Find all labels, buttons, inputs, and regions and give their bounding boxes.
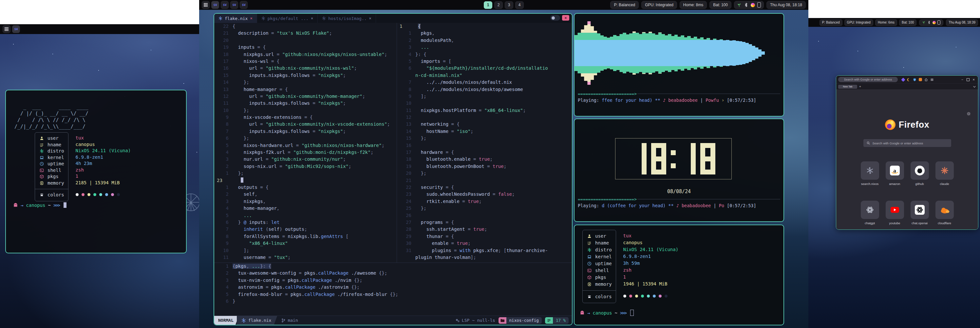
extension-night-icon[interactable] [907,78,910,81]
terminal-color-dot [117,193,120,196]
window-maximize-button[interactable] [967,78,969,81]
neovim-window[interactable]: flake.nix×pkgs/default ...×hosts/isoImag… [213,13,573,325]
top-site-claude[interactable]: claude [935,162,954,201]
terminal-color-dot [629,295,632,298]
system-tray[interactable] [734,1,764,9]
fetch-terminal-right[interactable]: userhnamedistrokerneluptimeshellpkgsmemo… [574,225,784,325]
nix-file-icon [261,16,265,20]
app-launcher-button[interactable] [202,1,210,9]
nix-file-icon [322,16,326,20]
client-chip[interactable]: $W [230,1,238,9]
tab-hosts-isoImag-[interactable]: hosts/isoImag..× [318,14,376,23]
extension-darkreader-icon[interactable] [902,78,905,81]
clock-chip[interactable]: Thu Aug 08, 18:39 [946,19,978,26]
top-site-youtube[interactable]: youtube [886,201,904,230]
distro-icon [587,248,592,252]
status-chip[interactable]: Home: 8ms [679,1,707,9]
personalize-gear-icon[interactable] [967,112,971,116]
nix-file-icon [218,16,223,20]
close-tab-icon[interactable]: × [250,16,252,21]
status-chip[interactable]: Bat: 100 [899,19,916,26]
track-progress: ======================> [578,197,780,202]
toggle-button[interactable] [550,15,560,21]
extension-orange-icon[interactable] [919,78,922,81]
hname-icon [587,241,592,245]
client-chip[interactable]: $W [12,25,20,33]
tab-new-tab[interactable]: New Tab [838,85,857,89]
editor-pane-pkgs[interactable]: 1{pkgs, ...}: {2 tux-awesome-wm-config =… [214,263,572,316]
top-site-chat.openai[interactable]: chat.openai [910,201,929,230]
github-icon [910,162,929,180]
git-branch: main [281,318,298,323]
status-chip[interactable]: GPU: Integrated [845,19,873,26]
top-sites-grid: search.nixosaamazongithubclaudechatgptyo… [858,162,957,230]
client-chip[interactable]: $W [240,1,248,9]
url-bar[interactable]: Search with Google or enter address [838,77,898,82]
memory-icon [587,282,592,287]
top-site-search.nixos[interactable]: search.nixos [861,162,879,201]
tab-pkgs-default-[interactable]: pkgs/default ...× [257,14,318,23]
shell-prompt[interactable]: → canopus ~ >>> [13,202,67,208]
status-chip[interactable]: Home: 6ms [875,19,897,26]
shell-prompt[interactable]: → canopus ~ >>> [580,310,634,316]
top-site-chatgpt[interactable]: chatgpt [861,201,879,230]
system-tray[interactable] [919,19,943,26]
clock-chip[interactable]: Thu Aug 08, 18:18 [767,1,806,9]
new-tab-button[interactable]: + [859,85,861,89]
terminal-color-dot [81,193,84,196]
main-statusbar: $W$W$W$W 1234 P: BalancedGPU: Integrated… [199,0,808,10]
editor-pane-flake[interactable]: 22{21 description = "tux's NixOS Flake";… [214,23,397,263]
newtab-search-input[interactable]: Search with Google or enter address [863,139,951,147]
workspace-2[interactable]: 2 [494,1,503,9]
youtube-icon [886,201,904,219]
editor-pane-iso[interactable]: 1{1 pkgs,2 modulesPath,3 ...4}: {5 impor… [397,23,571,263]
terminal-color-dot [111,193,114,196]
close-buffer-button[interactable]: × [562,15,569,21]
status-chip[interactable]: P: Balanced [819,19,842,26]
shell-icon [587,268,592,273]
search.nixos-icon [861,162,879,180]
network-plant-icon [922,21,926,24]
fetch-terminal-left[interactable]: _ ___ ____ ____ / |/ (_)_ __/ __ \/ __/ … [5,90,187,254]
terminal-color-dot [653,295,656,298]
tty-clock-window[interactable]: 08/08/24 ======================> Playing… [574,119,784,222]
user-icon [587,234,592,238]
firefox-window[interactable]: Search with Google or enter address – × … [836,75,978,230]
app-menu-icon[interactable] [930,78,934,81]
right-statusbar: P: BalancedGPU: IntegratedHome: 6msBat: … [808,18,980,27]
extensions-house-icon[interactable] [924,78,928,81]
workspace-1[interactable]: 1 [484,1,492,9]
ghost-icon [580,310,585,315]
tab-list-chevron[interactable] [973,85,976,89]
top-site-amazon[interactable]: aamazon [886,162,904,201]
window-close-button[interactable]: × [973,78,975,81]
terminal-cursor [64,202,67,208]
project-chip: nixos-config [498,317,542,324]
app-launcher-button[interactable] [3,25,11,33]
client-chip[interactable]: $W [211,1,219,9]
fetch-info-box: userhnamedistrokerneluptimeshellpkgsmemo… [35,132,68,201]
status-chip[interactable]: GPU: Integrated [641,1,677,9]
clock-digit [700,143,715,174]
workspace-switcher: 1234 [484,0,524,10]
extension-bitwarden-icon[interactable] [913,78,916,81]
music-visualizer-window[interactable]: ======================> Playing: ffee fo… [574,13,784,117]
chat.openai-icon [910,201,929,219]
top-site-github[interactable]: github [910,162,929,201]
gears-icon [455,318,460,323]
claude-icon [935,162,954,180]
close-tab-icon[interactable]: × [369,16,371,21]
window-minimize-button[interactable]: – [962,78,963,81]
track-progress: ======================> [578,91,780,96]
top-site-cloudflare[interactable]: cloudflare [935,201,954,230]
fetch-info-box: userhnamedistrokerneluptimeshellpkgsmemo… [582,230,616,303]
status-chip[interactable]: P: Balanced [610,1,639,9]
status-chip[interactable]: Bat: 100 [710,1,732,9]
client-chip[interactable]: $W [221,1,229,9]
close-tab-icon[interactable]: × [311,16,313,21]
workspace-3[interactable]: 3 [505,1,513,9]
user-icon [39,136,44,140]
tab-flake-nix[interactable]: flake.nix× [214,14,257,23]
terminal-cursor [630,310,634,316]
workspace-4[interactable]: 4 [515,1,524,9]
